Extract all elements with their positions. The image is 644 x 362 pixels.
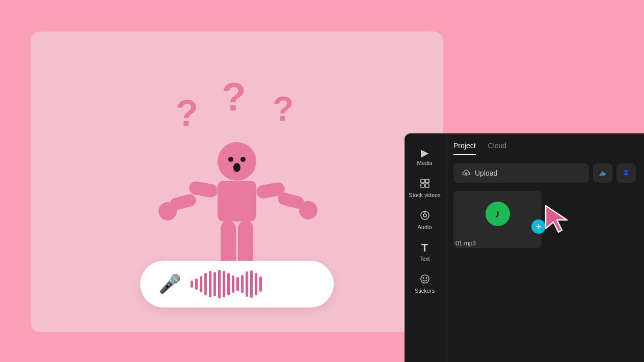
- media-filename: 01.mp3: [453, 237, 542, 248]
- wave-bar-0: [191, 281, 193, 288]
- wave-bar-15: [259, 276, 262, 292]
- wave-bar-14: [255, 273, 257, 295]
- svg-marker-28: [546, 206, 567, 232]
- svg-point-10: [158, 202, 177, 220]
- sidebar-item-text[interactable]: T Text: [405, 236, 445, 268]
- svg-rect-20: [421, 184, 424, 187]
- upload-label: Upload: [475, 169, 497, 177]
- tabs-bar: Project Cloud: [453, 142, 636, 155]
- wave-bar-11: [241, 275, 244, 293]
- svg-rect-21: [425, 184, 429, 187]
- svg-point-3: [218, 142, 256, 181]
- tab-cloud[interactable]: Cloud: [488, 142, 507, 155]
- wave-bar-1: [195, 279, 198, 290]
- wave-bar-8: [227, 273, 230, 295]
- audio-label: Audio: [417, 224, 432, 230]
- google-drive-button[interactable]: [593, 163, 612, 183]
- svg-rect-7: [218, 181, 256, 221]
- google-drive-icon: [598, 169, 607, 178]
- svg-rect-18: [421, 179, 424, 183]
- wave-bar-12: [246, 271, 248, 297]
- stock-videos-icon: [420, 178, 430, 190]
- svg-point-4: [228, 157, 233, 162]
- content-area: Project Cloud Upload: [445, 133, 644, 362]
- music-note-icon: ♪: [486, 202, 510, 226]
- media-item-01mp3[interactable]: ♪ 01.mp3 +: [453, 191, 542, 248]
- upload-cloud-icon: [462, 169, 471, 178]
- dropbox-button[interactable]: [616, 163, 636, 183]
- wave-bar-9: [232, 275, 234, 293]
- icon-nav: ▶ Media Stock videos: [405, 133, 445, 362]
- svg-point-23: [423, 214, 426, 217]
- media-label: Media: [417, 160, 433, 166]
- wave-bar-4: [209, 271, 211, 297]
- wave-bar-2: [200, 276, 202, 292]
- dropbox-icon: [622, 169, 631, 178]
- sidebar-panel: ▶ Media Stock videos: [405, 133, 644, 362]
- svg-rect-19: [425, 179, 429, 183]
- media-icon: ▶: [421, 148, 428, 158]
- stock-videos-label: Stock videos: [409, 192, 440, 198]
- audio-bar: 🎤: [140, 261, 334, 308]
- cursor-arrow: [541, 201, 576, 239]
- preview-card: ? ? ?: [31, 32, 443, 332]
- wave-bar-3: [204, 273, 207, 295]
- svg-point-26: [422, 277, 424, 279]
- upload-button[interactable]: Upload: [453, 163, 589, 183]
- text-label: Text: [419, 256, 430, 262]
- wave-bar-10: [236, 277, 239, 291]
- svg-point-6: [233, 163, 240, 172]
- svg-text:?: ?: [222, 74, 246, 119]
- svg-point-27: [425, 277, 427, 279]
- svg-text:?: ?: [273, 89, 294, 128]
- svg-point-25: [421, 275, 429, 283]
- tab-project[interactable]: Project: [453, 142, 476, 155]
- wave-bar-13: [250, 270, 253, 298]
- add-media-button[interactable]: +: [531, 219, 546, 234]
- media-grid: ♪ 01.mp3 +: [453, 191, 636, 248]
- mic-icon: 🎤: [158, 273, 181, 295]
- wave-bar-6: [218, 270, 221, 298]
- stickers-label: Stickers: [415, 288, 435, 294]
- wave-bar-7: [223, 271, 225, 297]
- sidebar-item-media[interactable]: ▶ Media: [405, 142, 445, 172]
- figure-container: ? ? ?: [31, 32, 443, 332]
- text-icon: T: [421, 242, 428, 254]
- sidebar-item-stock-videos[interactable]: Stock videos: [405, 172, 445, 204]
- sidebar-item-stickers[interactable]: Stickers: [405, 268, 445, 300]
- upload-row: Upload: [453, 163, 636, 183]
- sidebar-item-audio[interactable]: Audio: [405, 204, 445, 236]
- svg-text:?: ?: [176, 93, 198, 133]
- stickers-icon: [420, 274, 430, 286]
- svg-point-5: [240, 157, 246, 162]
- svg-point-13: [299, 201, 317, 219]
- audio-icon: [420, 210, 430, 222]
- media-thumbnail: ♪: [453, 191, 542, 237]
- waveform: [191, 270, 262, 298]
- wave-bar-5: [213, 272, 216, 296]
